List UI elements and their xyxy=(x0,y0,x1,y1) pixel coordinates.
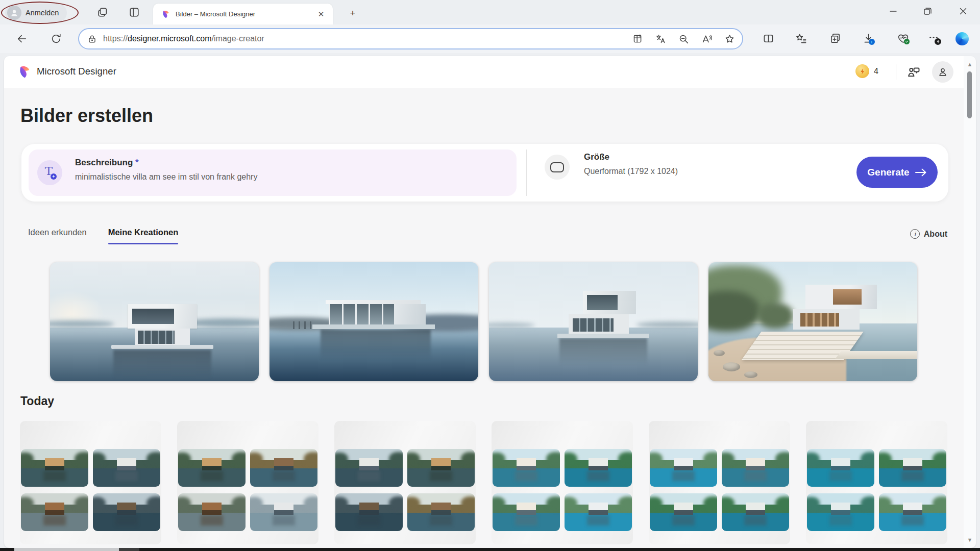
address-bar[interactable]: https://designer.microsoft.com/image-cre… xyxy=(78,28,743,49)
creation-thumbnail[interactable] xyxy=(879,493,946,531)
creation-thumbnail[interactable] xyxy=(178,449,246,487)
creation-thumbnail[interactable] xyxy=(565,449,632,487)
page-scrollbar[interactable]: ▲ ▼ xyxy=(964,56,976,548)
window-minimize-button[interactable] xyxy=(881,0,905,22)
refresh-icon[interactable] xyxy=(51,33,62,44)
url-text[interactable]: https://designer.microsoft.com/image-cre… xyxy=(103,34,620,43)
creation-thumbnail[interactable] xyxy=(335,449,403,487)
creation-thumbnail[interactable] xyxy=(650,493,717,531)
info-icon: i xyxy=(910,229,920,239)
creation-thumbnail[interactable] xyxy=(21,449,88,487)
text-prompt-icon: T+ xyxy=(37,160,62,185)
url-scheme: https:// xyxy=(103,34,128,43)
creation-thumbnail[interactable] xyxy=(407,493,475,531)
tab-explore-ideas[interactable]: Ideen erkunden xyxy=(28,228,87,244)
today-groups xyxy=(20,421,947,544)
creation-thumbnail[interactable] xyxy=(807,449,874,487)
profile-avatar-icon xyxy=(7,6,21,20)
tab-favicon-designer xyxy=(161,10,170,19)
settings-menu-button[interactable] xyxy=(928,33,940,44)
downloads-badge: i xyxy=(869,39,875,45)
size-value[interactable]: Querformat (1792 x 1024) xyxy=(584,167,678,176)
creation-thumbnail[interactable] xyxy=(21,493,88,531)
creation-group[interactable] xyxy=(334,421,476,544)
generated-image[interactable] xyxy=(270,262,478,381)
generated-image[interactable] xyxy=(50,262,259,381)
creation-thumbnail[interactable] xyxy=(722,449,789,487)
creation-group[interactable] xyxy=(492,421,633,544)
creation-thumbnail[interactable] xyxy=(178,493,246,531)
settings-update-badge xyxy=(935,38,941,45)
tab-actions-icon[interactable] xyxy=(129,7,140,18)
creation-thumbnail[interactable] xyxy=(335,493,403,531)
scrollbar-thumb[interactable] xyxy=(967,71,972,118)
creation-thumbnail[interactable] xyxy=(493,493,560,531)
browser-essentials-button[interactable] xyxy=(897,33,909,44)
creation-group[interactable] xyxy=(806,421,947,544)
creation-thumbnail[interactable] xyxy=(93,449,160,487)
content-tabs: Ideen erkunden Meine Kreationen xyxy=(28,228,178,244)
creation-thumbnail[interactable] xyxy=(879,449,946,487)
creation-thumbnail[interactable] xyxy=(407,449,475,487)
creation-thumbnail[interactable] xyxy=(250,449,317,487)
size-label: Größe xyxy=(584,152,609,162)
favorites-bar-icon[interactable] xyxy=(795,33,807,44)
url-host: designer.microsoft.com xyxy=(128,34,212,43)
boost-coin-icon xyxy=(855,64,869,78)
creation-thumbnail[interactable] xyxy=(565,493,632,531)
collections-icon[interactable] xyxy=(829,33,841,44)
credits-indicator[interactable]: 4 xyxy=(855,64,878,78)
essentials-badge xyxy=(904,39,910,44)
credits-count: 4 xyxy=(874,67,878,76)
prompt-section[interactable]: T+ Beschreibung * minimalistische villa … xyxy=(29,149,517,196)
workspaces-icon[interactable] xyxy=(97,7,108,18)
designer-logo[interactable] xyxy=(17,65,32,79)
copilot-button[interactable] xyxy=(955,32,969,45)
tab-close-icon[interactable]: ✕ xyxy=(315,9,327,20)
feedback-icon[interactable] xyxy=(906,65,921,79)
designer-header: Microsoft Designer 4 xyxy=(4,56,964,88)
app-title[interactable]: Microsoft Designer xyxy=(37,66,116,77)
new-tab-button[interactable]: + xyxy=(346,7,359,20)
prompt-value[interactable]: minimalistische villa am see im stil von… xyxy=(75,172,257,182)
creation-thumbnail[interactable] xyxy=(493,449,560,487)
card-divider xyxy=(526,149,527,196)
back-icon[interactable] xyxy=(16,33,28,44)
creation-thumbnail[interactable] xyxy=(722,493,789,531)
creation-group[interactable] xyxy=(177,421,318,544)
generated-image[interactable] xyxy=(489,262,698,381)
creation-thumbnail[interactable] xyxy=(650,449,717,487)
browser-tab-strip: Anmelden Bilder – Microsoft Designer ✕ + xyxy=(0,0,980,24)
window-close-button[interactable] xyxy=(951,0,975,22)
favorite-star-icon[interactable] xyxy=(724,34,735,44)
generate-label: Generate xyxy=(867,167,909,178)
creation-thumbnail[interactable] xyxy=(93,493,160,531)
scroll-up-icon[interactable]: ▲ xyxy=(966,60,974,68)
prompt-card: T+ Beschreibung * minimalistische villa … xyxy=(21,144,948,202)
translate-icon[interactable] xyxy=(655,34,666,44)
tab-my-creations[interactable]: Meine Kreationen xyxy=(108,228,179,244)
read-aloud-icon[interactable] xyxy=(701,34,712,44)
account-button[interactable] xyxy=(932,61,953,83)
zoom-out-icon[interactable] xyxy=(678,34,689,44)
generate-button[interactable]: Generate xyxy=(856,157,938,188)
lock-icon[interactable] xyxy=(87,34,97,44)
about-button[interactable]: i About xyxy=(910,229,947,239)
browser-tab[interactable]: Bilder – Microsoft Designer ✕ xyxy=(153,4,333,24)
tab-title: Bilder – Microsoft Designer xyxy=(176,10,315,18)
prompt-label: Beschreibung * xyxy=(75,158,139,168)
web-page: Microsoft Designer 4 Bilder erstellen T+… xyxy=(4,56,976,548)
browser-toolbar: https://designer.microsoft.com/image-cre… xyxy=(0,24,980,53)
apps-grid-icon[interactable] xyxy=(632,34,643,44)
creation-group[interactable] xyxy=(20,421,161,544)
downloads-button[interactable]: i xyxy=(863,33,874,44)
window-restore-button[interactable] xyxy=(916,0,939,22)
split-screen-icon[interactable] xyxy=(763,33,774,44)
profile-button[interactable]: Anmelden xyxy=(5,4,67,22)
generated-image[interactable] xyxy=(708,262,917,381)
scroll-down-icon[interactable]: ▼ xyxy=(966,536,974,544)
required-asterisk: * xyxy=(135,158,139,167)
creation-group[interactable] xyxy=(649,421,790,544)
creation-thumbnail[interactable] xyxy=(807,493,874,531)
creation-thumbnail[interactable] xyxy=(250,493,317,531)
